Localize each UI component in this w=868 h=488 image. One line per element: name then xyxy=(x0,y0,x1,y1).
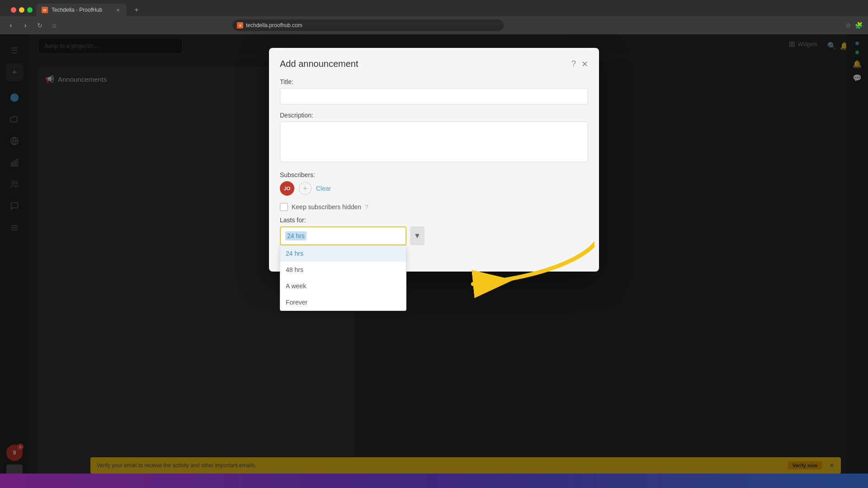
description-textarea[interactable] xyxy=(280,122,588,162)
address-text: techdella.proofhub.com xyxy=(246,22,302,28)
browser-chrome: H Techdella - ProofHub ✕ + ‹ › ↻ ⌂ H tec… xyxy=(0,0,868,34)
dropdown-option-forever[interactable]: Forever xyxy=(280,294,406,310)
keep-hidden-help-icon[interactable]: ? xyxy=(365,203,368,211)
help-icon[interactable]: ? xyxy=(571,59,576,69)
address-bar[interactable]: H techdella.proofhub.com xyxy=(232,19,504,31)
clear-subscribers-link[interactable]: Clear xyxy=(316,185,331,192)
dropdown-option-week[interactable]: A week xyxy=(280,278,406,294)
close-window-button[interactable] xyxy=(11,7,16,13)
lasts-for-label: Lasts for: xyxy=(280,216,588,224)
tab-label: Techdella - ProofHub xyxy=(52,7,102,13)
minimize-window-button[interactable] xyxy=(19,7,24,13)
description-form-group: Description: xyxy=(280,112,588,164)
dropdown-option-24hrs[interactable]: 24 hrs xyxy=(280,245,406,262)
modal-header-icons: ? ✕ xyxy=(571,59,588,69)
address-favicon: H xyxy=(237,22,243,28)
description-label: Description: xyxy=(280,112,588,119)
arrow-annotation xyxy=(423,233,594,314)
browser-nav-right: ☆ 🧩 xyxy=(845,22,863,29)
subscribers-label: Subscribers: xyxy=(280,171,588,178)
modal-overlay: Add announcement ? ✕ Title: Description:… xyxy=(0,34,868,488)
lasts-for-section: Lasts for: 24 hrs 24 hrs 48 hrs A week F… xyxy=(280,216,588,245)
dropdown-option-48hrs[interactable]: 48 hrs xyxy=(280,262,406,278)
subscribers-form-group: Subscribers: JO + Clear xyxy=(280,171,588,196)
keep-hidden-row: Keep subscribers hidden ? xyxy=(280,203,588,211)
star-icon[interactable]: ☆ xyxy=(845,22,851,29)
forward-button[interactable]: › xyxy=(20,20,31,31)
home-button[interactable]: ⌂ xyxy=(49,20,60,31)
subscriber-initials: JO xyxy=(284,186,291,191)
title-form-group: Title: xyxy=(280,78,588,104)
tab-favicon: H xyxy=(42,7,48,13)
reload-button[interactable]: ↻ xyxy=(34,20,45,31)
close-modal-button[interactable]: ✕ xyxy=(581,59,588,69)
lasts-for-dropdown: 24 hrs 48 hrs A week Forever xyxy=(280,245,406,311)
keep-hidden-label: Keep subscribers hidden xyxy=(292,203,361,211)
subscriber-avatar: JO xyxy=(280,181,294,196)
tab-close-button[interactable]: ✕ xyxy=(115,7,121,13)
traffic-lights xyxy=(5,7,33,13)
title-label: Title: xyxy=(280,78,588,85)
back-button[interactable]: ‹ xyxy=(5,20,16,31)
lasts-for-value: 24 hrs xyxy=(285,231,307,240)
add-announcement-modal: Add announcement ? ✕ Title: Description:… xyxy=(269,48,599,272)
tab-bar: H Techdella - ProofHub ✕ + xyxy=(0,0,868,16)
lasts-for-dropdown-arrow[interactable]: ▼ xyxy=(410,226,425,245)
keep-hidden-checkbox[interactable] xyxy=(280,203,288,211)
modal-header: Add announcement ? ✕ xyxy=(280,59,588,69)
modal-title: Add announcement xyxy=(280,59,358,69)
subscribers-row: JO + Clear xyxy=(280,181,588,196)
add-subscriber-button[interactable]: + xyxy=(299,182,311,195)
nav-bar: ‹ › ↻ ⌂ H techdella.proofhub.com ☆ 🧩 xyxy=(0,16,868,34)
lasts-for-input-display[interactable]: 24 hrs xyxy=(280,226,406,245)
new-tab-button[interactable]: + xyxy=(130,4,143,16)
maximize-window-button[interactable] xyxy=(27,7,33,13)
app-layout: ☰ + 9 9 Ju xyxy=(0,34,868,488)
lasts-for-input-wrapper: 24 hrs 24 hrs 48 hrs A week Forever xyxy=(280,226,406,245)
browser-tab[interactable]: H Techdella - ProofHub ✕ xyxy=(36,4,127,16)
title-input[interactable] xyxy=(280,88,588,104)
extensions-icon[interactable]: 🧩 xyxy=(855,22,863,29)
